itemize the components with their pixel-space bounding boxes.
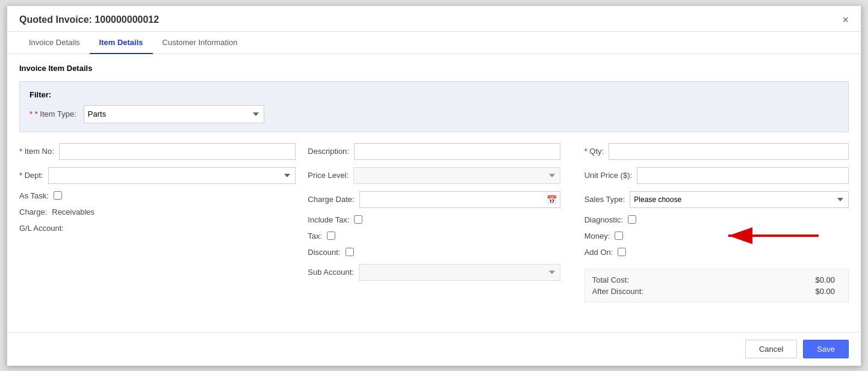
sales-type-row: Sales Type: Please choose (584, 191, 849, 208)
tax-checkbox[interactable] (327, 231, 335, 240)
tax-label: Tax: (308, 231, 322, 241)
add-on-label: Add On: (584, 248, 613, 257)
add-on-row: Add On: (584, 248, 849, 257)
form-col2: Description: Price Level: Charge Date: 0… (296, 143, 572, 302)
money-label: Money: (584, 231, 610, 241)
sub-account-select[interactable] (359, 264, 560, 281)
sub-account-label: Sub Account: (308, 268, 354, 277)
after-discount-value: $0.00 (815, 287, 835, 296)
after-discount-label: After Discount: (592, 287, 643, 296)
total-cost-value: $0.00 (815, 275, 835, 284)
dept-label: * Dept: (19, 171, 43, 180)
description-label: Description: (308, 147, 349, 156)
discount-row: Discount: (308, 248, 560, 257)
totals-block: Total Cost: $0.00 After Discount: $0.00 (584, 269, 849, 302)
price-level-label: Price Level: (308, 171, 349, 180)
sales-type-select[interactable]: Please choose (630, 191, 849, 208)
item-type-label: * * Item Type: (29, 109, 76, 118)
discount-checkbox[interactable] (346, 248, 354, 256)
include-tax-row: Include Tax: (308, 215, 560, 224)
total-cost-row: Total Cost: $0.00 (592, 274, 841, 286)
modal-footer: Cancel Save (7, 332, 861, 366)
money-checkbox[interactable] (615, 231, 623, 240)
red-arrow-indicator (704, 227, 825, 244)
filter-row: * * Item Type: Parts Labor Other (29, 105, 839, 123)
tab-customer-information[interactable]: Customer Information (153, 32, 247, 54)
as-task-checkbox[interactable] (54, 191, 62, 200)
as-task-row: As Task: (19, 191, 296, 200)
money-row: Money: (584, 231, 849, 241)
save-button[interactable]: Save (803, 340, 849, 358)
as-task-label: As Task: (19, 191, 49, 200)
price-level-select[interactable] (353, 167, 560, 184)
diagnostic-label: Diagnostic: (584, 215, 623, 224)
dept-row: * Dept: (19, 167, 296, 184)
qty-input[interactable] (609, 143, 849, 160)
modal-header: Quoted Invoice: 100000000012 × (7, 6, 861, 32)
add-on-checkbox[interactable] (618, 248, 626, 256)
form-col1: * Item No: * Dept: As (19, 143, 296, 302)
tax-row: Tax: (308, 231, 560, 241)
price-level-row: Price Level: (308, 167, 560, 184)
close-button[interactable]: × (842, 14, 849, 25)
charge-value: Receivables (52, 207, 95, 216)
gl-account-row: G/L Account: (19, 224, 296, 233)
modal-body: Invoice Item Details Filter: * * Item Ty… (7, 54, 861, 332)
item-type-select[interactable]: Parts Labor Other (84, 105, 264, 123)
section-title: Invoice Item Details (19, 64, 849, 73)
qty-label: * Qty: (584, 147, 604, 156)
unit-price-label: Unit Price ($): (584, 171, 632, 180)
tabs-container: Invoice Details Item Details Customer In… (7, 32, 861, 54)
gl-account-label: G/L Account: (19, 224, 64, 233)
unit-price-input[interactable] (637, 167, 849, 184)
filter-label: Filter: (29, 90, 839, 99)
modal-title: Quoted Invoice: 100000000012 (19, 14, 159, 25)
charge-label: Charge: (19, 207, 47, 216)
item-no-row: * Item No: (19, 143, 296, 160)
form-area: * Item No: * Dept: As (19, 143, 849, 302)
include-tax-checkbox[interactable] (354, 215, 362, 224)
discount-label: Discount: (308, 248, 340, 257)
qty-row: * Qty: (584, 143, 849, 160)
description-input[interactable] (354, 143, 560, 160)
item-no-label: * Item No: (19, 147, 54, 156)
filter-section: Filter: * * Item Type: Parts Labor Other (19, 81, 849, 132)
charge-date-label: Charge Date: (308, 195, 354, 204)
unit-price-row: Unit Price ($): (584, 167, 849, 184)
dept-select[interactable] (48, 167, 296, 184)
modal-container: Quoted Invoice: 100000000012 × Invoice D… (7, 5, 861, 366)
diagnostic-row: Diagnostic: (584, 215, 849, 224)
after-discount-row: After Discount: $0.00 (592, 286, 841, 297)
tab-item-details[interactable]: Item Details (90, 32, 153, 54)
description-row: Description: (308, 143, 560, 160)
total-cost-label: Total Cost: (592, 275, 629, 284)
sub-account-row: Sub Account: (308, 264, 560, 281)
sales-type-label: Sales Type: (584, 195, 625, 204)
form-col3: * Qty: Unit Price ($): Sales Type: Pleas… (572, 143, 849, 302)
include-tax-label: Include Tax: (308, 215, 349, 224)
diagnostic-checkbox[interactable] (628, 215, 636, 224)
item-no-input[interactable] (59, 143, 296, 160)
charge-row: Charge: Receivables (19, 207, 296, 216)
charge-date-row: Charge Date: 05/16/2022 📅 (308, 191, 560, 208)
cancel-button[interactable]: Cancel (745, 340, 797, 358)
tab-invoice-details[interactable]: Invoice Details (19, 32, 90, 54)
charge-date-input[interactable]: 05/16/2022 (359, 191, 560, 208)
